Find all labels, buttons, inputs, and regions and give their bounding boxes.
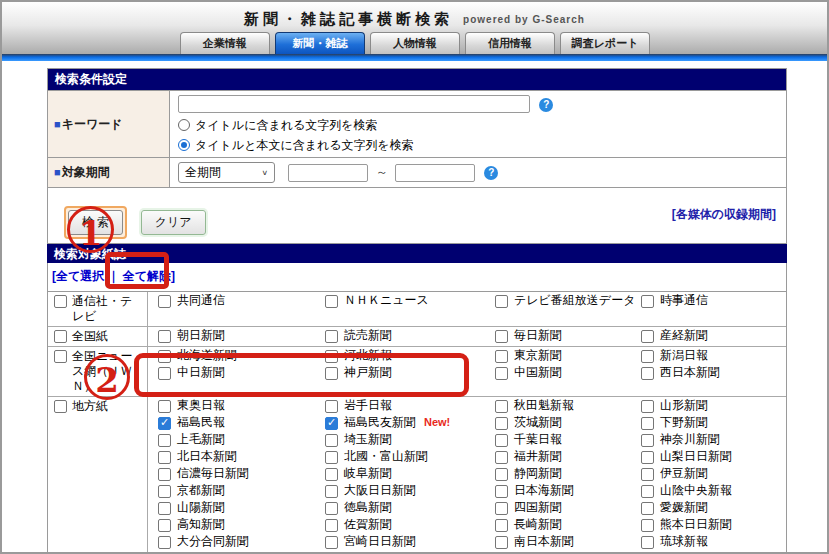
paper-checkbox[interactable] (325, 400, 338, 413)
paper-label: 山陽新聞 (177, 499, 225, 516)
paper-checkbox[interactable] (641, 400, 654, 413)
paper-checkbox[interactable] (641, 519, 654, 532)
target-papers-box: [全て選択 ｜ 全て解除] 通信社・テレビ共同通信ＮＨＫニューステレビ番組放送デ… (47, 263, 787, 554)
paper-checkbox[interactable] (495, 434, 508, 447)
paper-checkbox[interactable] (158, 295, 171, 308)
paper-label: 岩手日報 (344, 397, 392, 414)
radio-icon-selected[interactable] (178, 139, 190, 151)
paper-checkbox[interactable] (325, 330, 338, 343)
paper-checkbox[interactable] (325, 519, 338, 532)
list-item: 北國・富山新聞 (325, 448, 495, 465)
select-all-link[interactable]: 全て選択 (56, 269, 104, 283)
tab-4[interactable]: 調査レポート (560, 32, 650, 54)
paper-checkbox[interactable] (325, 417, 338, 430)
paper-checkbox[interactable] (495, 367, 508, 380)
paper-checkbox[interactable] (158, 468, 171, 481)
tab-2[interactable]: 人物情報 (370, 32, 460, 54)
list-item: 埼玉新聞 (325, 431, 495, 448)
paper-checkbox[interactable] (158, 330, 171, 343)
list-item: 千葉日報 (495, 431, 641, 448)
paper-checkbox[interactable] (641, 468, 654, 481)
tab-0[interactable]: 企業情報 (180, 32, 270, 54)
paper-checkbox[interactable] (495, 502, 508, 515)
list-item: テレビ番組放送データ (495, 292, 641, 309)
items-cell: 共同通信ＮＨＫニューステレビ番組放送データ時事通信 (148, 292, 786, 326)
deselect-all-link[interactable]: 全て解除 (123, 269, 171, 283)
paper-checkbox[interactable] (641, 434, 654, 447)
tab-3[interactable]: 信用情報 (465, 32, 555, 54)
paper-checkbox[interactable] (495, 451, 508, 464)
paper-checkbox[interactable] (325, 434, 338, 447)
paper-checkbox[interactable] (641, 451, 654, 464)
paper-checkbox[interactable] (158, 400, 171, 413)
paper-checkbox[interactable] (158, 451, 171, 464)
paper-label: 河北新報 (344, 347, 392, 364)
category-checkbox[interactable] (54, 400, 67, 413)
category-checkbox[interactable] (54, 330, 67, 343)
paper-checkbox[interactable] (495, 350, 508, 363)
paper-checkbox[interactable] (158, 367, 171, 380)
paper-checkbox[interactable] (641, 350, 654, 363)
radio-option-title-and-body[interactable]: タイトルと本文に含まれる文字列を検索 (178, 137, 778, 153)
period-help-icon[interactable]: ? (484, 166, 498, 180)
paper-checkbox[interactable] (325, 451, 338, 464)
keyword-input[interactable] (178, 95, 530, 113)
list-item: 東京新聞 (495, 347, 641, 364)
list-item: ＮＨＫニュース (325, 292, 495, 309)
period-select[interactable]: 全期間 ∨ (178, 162, 275, 183)
list-item: 河北新報 (325, 347, 495, 364)
category-checkbox[interactable] (54, 295, 67, 308)
list-item: 朝日新聞 (158, 327, 325, 344)
tab-1[interactable]: 新聞・雑誌 (275, 32, 365, 54)
paper-checkbox[interactable] (495, 519, 508, 532)
paper-checkbox[interactable] (495, 295, 508, 308)
paper-checkbox[interactable] (641, 295, 654, 308)
search-button-highlight: 検 索 (64, 206, 127, 239)
paper-label: 山梨日日新聞 (660, 448, 732, 465)
paper-checkbox[interactable] (158, 417, 171, 430)
period-to-input[interactable] (395, 164, 475, 182)
radio-option-title-only[interactable]: タイトルに含まれる文字列を検索 (178, 117, 778, 133)
paper-checkbox[interactable] (495, 485, 508, 498)
paper-checkbox[interactable] (325, 536, 338, 549)
paper-checkbox[interactable] (158, 350, 171, 363)
category-label: 地方紙 (72, 399, 108, 414)
paper-checkbox[interactable] (495, 400, 508, 413)
paper-label: 東奥日報 (177, 397, 225, 414)
paper-checkbox[interactable] (495, 536, 508, 549)
list-item: 日本海新聞 (495, 482, 641, 499)
paper-label: 信濃毎日新聞 (177, 465, 249, 482)
paper-checkbox[interactable] (495, 468, 508, 481)
paper-checkbox[interactable] (325, 367, 338, 380)
paper-checkbox[interactable] (158, 434, 171, 447)
search-button[interactable]: 検 索 (68, 210, 123, 235)
paper-checkbox[interactable] (325, 502, 338, 515)
media-coverage-period-link[interactable]: [各媒体の収録期間] (672, 206, 776, 223)
paper-checkbox[interactable] (641, 536, 654, 549)
paper-label: 下野新聞 (660, 414, 708, 431)
paper-checkbox[interactable] (495, 417, 508, 430)
paper-checkbox[interactable] (641, 417, 654, 430)
period-from-input[interactable] (288, 164, 368, 182)
paper-checkbox[interactable] (325, 485, 338, 498)
list-item: 東奥日報 (158, 397, 325, 414)
paper-checkbox[interactable] (641, 485, 654, 498)
paper-checkbox[interactable] (158, 502, 171, 515)
paper-checkbox[interactable] (158, 536, 171, 549)
paper-checkbox[interactable] (641, 502, 654, 515)
category-checkbox[interactable] (54, 350, 67, 363)
header: 新聞・雑誌記事横断検索 powered by G-Search 企業情報新聞・雑… (2, 2, 827, 54)
paper-checkbox[interactable] (641, 367, 654, 380)
paper-checkbox[interactable] (325, 295, 338, 308)
radio-icon-unselected[interactable] (178, 119, 190, 131)
paper-checkbox[interactable] (325, 350, 338, 363)
keyword-help-icon[interactable]: ? (539, 98, 553, 112)
paper-checkbox[interactable] (158, 485, 171, 498)
paper-checkbox[interactable] (158, 519, 171, 532)
list-item: 福島民友新聞New! (325, 414, 495, 431)
paper-checkbox[interactable] (325, 468, 338, 481)
paper-checkbox[interactable] (641, 330, 654, 343)
clear-button[interactable]: クリア (141, 210, 206, 235)
paper-label: テレビ番組放送データ (514, 292, 635, 309)
paper-checkbox[interactable] (495, 330, 508, 343)
